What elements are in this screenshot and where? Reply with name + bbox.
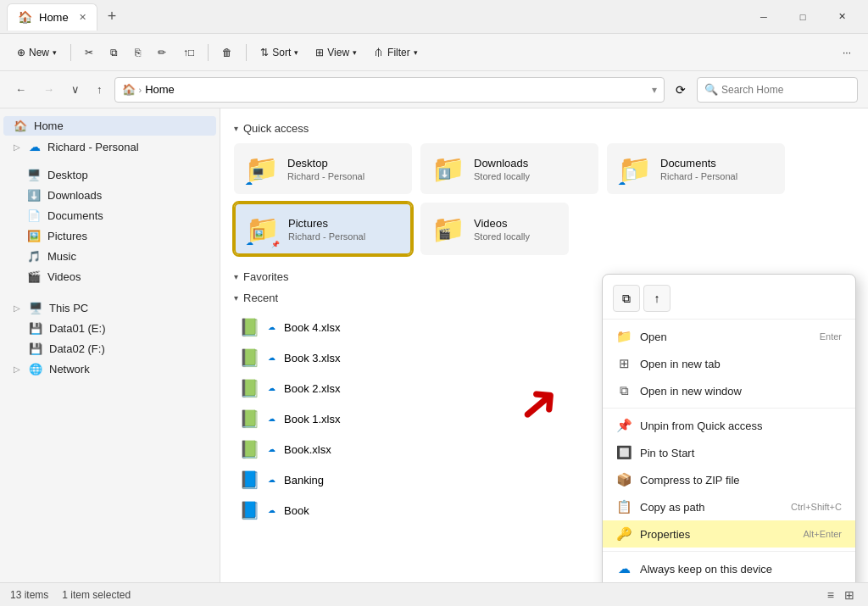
- folder-card-pictures[interactable]: 📁 ☁ 🖼️ 📌 Pictures Richard - Personal: [234, 203, 412, 255]
- book1-cloud: ☁: [268, 414, 275, 423]
- ctx-open-new-tab[interactable]: ⊞ Open in new tab: [603, 350, 855, 377]
- back-button[interactable]: ←: [10, 79, 31, 100]
- recent-arrow: ▾: [234, 293, 238, 303]
- desktop-folder-name: Desktop: [287, 157, 364, 170]
- ctx-divider-1: [603, 408, 855, 409]
- sidebar-item-thispc[interactable]: ▷ 🖥️ This PC: [3, 298, 216, 318]
- ctx-properties-icon: 🔑: [616, 526, 632, 542]
- pictures-folder-icon: 📁 ☁ 🖼️ 📌: [246, 213, 280, 245]
- sidebar-network-label: Network: [49, 363, 90, 375]
- sidebar: 🏠 Home ▷ ☁ Richard - Personal 🖥️ Desktop…: [0, 108, 220, 582]
- book1-icon: 📗: [239, 409, 259, 429]
- folder-card-desktop[interactable]: 📁 ☁ 🖥️ Desktop Richard - Personal: [234, 143, 412, 194]
- tab-close-button[interactable]: ✕: [79, 12, 86, 23]
- ctx-copy-button[interactable]: ⧉: [613, 285, 640, 312]
- sidebar-item-richard[interactable]: ▷ ☁ Richard - Personal: [3, 136, 216, 157]
- ctx-open[interactable]: 📁 Open Enter: [603, 323, 855, 350]
- ctx-pin-start[interactable]: 🔲 Pin to Start: [603, 439, 855, 466]
- recent-label: Recent: [243, 292, 278, 304]
- sidebar-thispc-icon: 🖥️: [29, 302, 42, 314]
- list-view-button[interactable]: ≡: [824, 587, 837, 603]
- documents-folder-icon: 📁 ☁ 📄: [618, 153, 652, 185]
- ctx-open-icon: 📁: [616, 329, 632, 344]
- cut-button[interactable]: ✂: [78, 39, 100, 66]
- folder-card-documents[interactable]: 📁 ☁ 📄 Documents Richard - Personal: [607, 143, 785, 194]
- new-button[interactable]: ⊕ New ▾: [10, 39, 64, 66]
- documents-folder-name: Documents: [660, 157, 737, 170]
- folder-card-videos[interactable]: 📁 🎬 Videos Stored locally: [420, 203, 569, 255]
- filter-button[interactable]: ⫛ Filter ▾: [367, 39, 425, 66]
- pictures-folder-info: Pictures Richard - Personal: [288, 217, 365, 242]
- ctx-always-keep-label: Always keep on this device: [640, 563, 842, 575]
- paste-button[interactable]: ⎘: [128, 39, 147, 66]
- minimize-button[interactable]: ─: [744, 3, 783, 31]
- ctx-open-new-window[interactable]: ⧉ Open in new window: [603, 377, 855, 404]
- delete-button[interactable]: 🗑: [215, 39, 239, 66]
- sidebar-cloud-icon: ☁: [29, 140, 41, 153]
- ctx-copy-path[interactable]: 📋 Copy as path Ctrl+Shift+C: [603, 493, 855, 520]
- view-button[interactable]: ⊞ View ▾: [309, 39, 364, 66]
- path-dropdown-button[interactable]: ▾: [652, 84, 657, 96]
- context-menu: ⧉ ↑ 📁 Open Enter ⊞ Open in new tab ⧉ Ope…: [602, 274, 856, 582]
- ctx-unpin[interactable]: 📌 Unpin from Quick access: [603, 412, 855, 439]
- sidebar-home-label: Home: [34, 120, 64, 132]
- documents-folder-sub: Richard - Personal: [660, 171, 737, 181]
- videos-folder-icon: 📁 🎬: [431, 213, 465, 245]
- quick-access-grid: 📁 ☁ 🖥️ Desktop Richard - Personal 📁 ⬇️ D…: [234, 143, 854, 255]
- banking-cloud: ☁: [268, 475, 275, 484]
- up-button[interactable]: ↑: [92, 79, 108, 100]
- search-icon: 🔍: [704, 83, 718, 96]
- ctx-always-keep[interactable]: ☁ Always keep on this device: [603, 555, 855, 582]
- ctx-open-new-window-label: Open in new window: [640, 385, 842, 398]
- sidebar-item-pictures[interactable]: 🖼️ Pictures 📌: [3, 226, 216, 246]
- share-button[interactable]: ↑□: [176, 39, 201, 66]
- search-input[interactable]: [721, 84, 850, 96]
- main-layout: 🏠 Home ▷ ☁ Richard - Personal 🖥️ Desktop…: [0, 108, 868, 582]
- address-bar: ← → ∨ ↑ 🏠 › Home ▾ ⟳ 🔍: [0, 71, 868, 108]
- ctx-properties[interactable]: 🔑 Properties Alt+Enter: [603, 520, 855, 548]
- context-top-actions: ⧉ ↑: [603, 280, 855, 320]
- rename-button[interactable]: ✏: [151, 39, 173, 66]
- sidebar-item-documents[interactable]: 📄 Documents 📌: [3, 206, 216, 225]
- sort-button[interactable]: ⇅ Sort ▾: [253, 39, 305, 66]
- sidebar-home-icon: 🏠: [14, 120, 27, 132]
- ctx-always-keep-icon: ☁: [616, 561, 632, 576]
- maximize-button[interactable]: □: [783, 3, 822, 31]
- book4-name: Book 4.xlsx: [284, 321, 340, 334]
- toolbar-divider-1: [70, 44, 71, 61]
- videos-folder-name: Videos: [474, 217, 530, 230]
- sidebar-item-desktop[interactable]: 🖥️ Desktop 📌: [3, 165, 216, 185]
- copy-button[interactable]: ⧉: [103, 39, 125, 66]
- sidebar-downloads-icon: ⬇️: [27, 189, 41, 202]
- desktop-folder-icon: 📁 ☁ 🖥️: [245, 153, 279, 185]
- ctx-compress-label: Compress to ZIP file: [640, 474, 842, 486]
- ctx-compress[interactable]: 📦 Compress to ZIP file: [603, 466, 855, 493]
- ctx-share-button[interactable]: ↑: [643, 285, 670, 312]
- book-icon: 📗: [239, 439, 259, 459]
- sidebar-item-videos[interactable]: 🎬 Videos 📌: [3, 267, 216, 286]
- recent-locations-button[interactable]: ∨: [66, 79, 85, 100]
- sidebar-data01-icon: 💾: [29, 322, 42, 335]
- forward-button[interactable]: →: [38, 79, 59, 100]
- more-button[interactable]: ···: [836, 39, 858, 66]
- main-tab[interactable]: 🏠 Home ✕: [7, 3, 97, 31]
- tiles-view-button[interactable]: ⊞: [841, 587, 858, 603]
- sidebar-item-data02[interactable]: ▷ 💾 Data02 (F:): [3, 339, 216, 359]
- toolbar-divider-3: [246, 44, 247, 61]
- sidebar-item-data01[interactable]: ▷ 💾 Data01 (E:): [3, 319, 216, 338]
- sidebar-item-music[interactable]: 🎵 Music 📌: [3, 247, 216, 266]
- sidebar-item-downloads[interactable]: ⬇️ Downloads 📌: [3, 186, 216, 205]
- ctx-compress-icon: 📦: [616, 472, 632, 487]
- new-tab-button[interactable]: +: [101, 4, 124, 29]
- sidebar-richard-label: Richard - Personal: [47, 141, 139, 153]
- downloads-folder-info: Downloads Stored locally: [474, 157, 530, 181]
- window-close-button[interactable]: ✕: [822, 3, 861, 31]
- new-label: New: [29, 47, 49, 58]
- sidebar-item-network[interactable]: ▷ 🌐 Network: [3, 359, 216, 379]
- folder-card-downloads[interactable]: 📁 ⬇️ Downloads Stored locally: [420, 143, 598, 194]
- refresh-button[interactable]: ⟳: [671, 79, 690, 101]
- address-path[interactable]: 🏠 › Home ▾: [114, 77, 665, 103]
- sort-arrow: ▾: [294, 48, 298, 57]
- new-icon: ⊕: [17, 47, 25, 58]
- sidebar-item-home[interactable]: 🏠 Home: [3, 116, 216, 136]
